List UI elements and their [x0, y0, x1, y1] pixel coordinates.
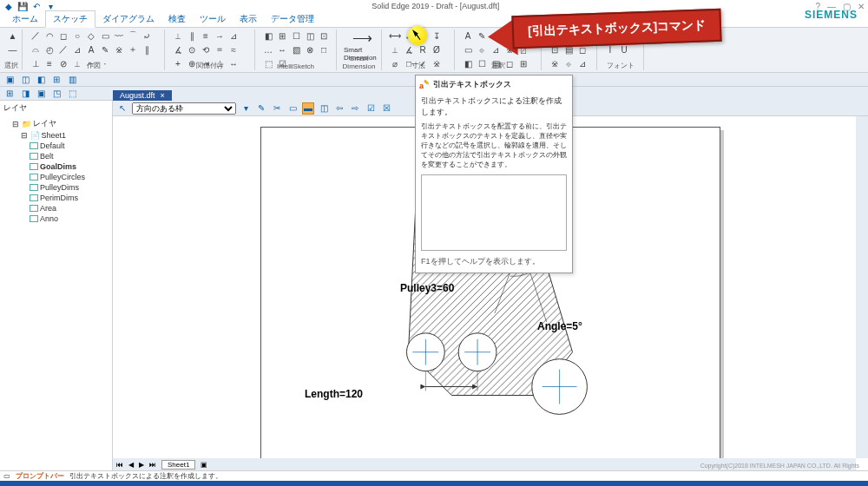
layer-item[interactable]: Default — [30, 141, 108, 151]
ribbon-icon[interactable]: ✎ — [476, 30, 488, 42]
sheet-tab[interactable]: Sheet1 — [161, 460, 195, 470]
ribbon-icon[interactable]: ⟂ — [389, 43, 401, 56]
ribbon-icon[interactable]: ― — [7, 43, 18, 56]
ribbon-icon[interactable]: ／ — [30, 30, 42, 42]
ribbon-icon[interactable]: ≡ — [200, 30, 212, 42]
ribbon-icon[interactable]: ◧ — [262, 30, 274, 42]
tool-icon[interactable]: ⊞ — [3, 88, 16, 100]
ribbon-icon[interactable]: ◻ — [57, 30, 69, 42]
tool-icon[interactable]: ✂ — [271, 102, 283, 115]
ribbon-icon[interactable]: ⟐ — [562, 57, 575, 69]
ribbon-icon[interactable]: ⌒ — [127, 30, 139, 42]
ribbon-icon[interactable]: ⌓ — [30, 43, 42, 56]
ribbon-icon[interactable]: ※ — [549, 57, 561, 69]
tab-inspect[interactable]: 検査 — [161, 11, 193, 27]
ribbon-icon[interactable]: ↔ — [276, 43, 288, 56]
last-sheet-icon[interactable]: ⏭ — [149, 461, 156, 469]
tab-diagram[interactable]: ダイアグラム — [95, 11, 161, 27]
ribbon-icon[interactable]: ⊞ — [276, 30, 288, 42]
tool-icon[interactable]: ▥ — [66, 74, 78, 86]
tool-icon[interactable]: ◧ — [35, 74, 47, 86]
tab-tools[interactable]: ツール — [193, 11, 233, 27]
ribbon-icon[interactable]: → — [214, 30, 226, 42]
layer-item[interactable]: PerimDims — [30, 193, 108, 203]
ribbon-icon[interactable]: ⊗ — [304, 43, 316, 56]
ribbon-icon[interactable]: ⟐ — [476, 43, 488, 56]
pointer-icon[interactable]: ↖ — [116, 102, 128, 115]
ribbon-icon[interactable]: ⊙ — [186, 43, 198, 56]
tool-icon[interactable]: ▣ — [35, 88, 47, 100]
ribbon-icon[interactable]: ／ — [57, 43, 69, 56]
ribbon-icon[interactable]: ✎ — [99, 43, 111, 56]
ribbon-icon[interactable]: ⤾ — [141, 30, 153, 42]
ribbon-icon[interactable]: ＝ — [214, 43, 226, 56]
tool-icon[interactable]: ▣ — [3, 74, 16, 86]
ribbon-icon[interactable]: ⊿ — [71, 43, 83, 56]
ribbon-icon[interactable]: ⊿ — [227, 30, 240, 42]
ribbon-icon[interactable]: ▧ — [290, 43, 302, 56]
close-icon[interactable]: ✕ — [858, 2, 865, 11]
tool-icon[interactable]: ☑ — [365, 102, 377, 115]
ribbon-icon[interactable]: ※ — [113, 43, 125, 56]
ribbon-icon[interactable]: ⤢ — [403, 30, 415, 42]
ribbon-icon[interactable]: A — [85, 43, 97, 56]
nav-next-icon[interactable]: ⇨ — [349, 102, 361, 115]
ribbon-icon[interactable]: ⊡ — [318, 30, 330, 42]
tab-view[interactable]: 表示 — [233, 11, 264, 27]
ribbon-icon[interactable]: ∥ — [141, 43, 153, 56]
document-tab[interactable]: August.dft × — [113, 90, 172, 101]
ribbon-icon[interactable]: A — [462, 30, 474, 42]
ribbon-icon[interactable]: ↧ — [431, 30, 443, 42]
ribbon-icon[interactable]: ∡ — [403, 43, 415, 56]
ribbon-icon[interactable]: Ø — [431, 43, 443, 56]
ribbon-icon[interactable]: ▲ — [7, 30, 18, 42]
vertical-scrollbar[interactable] — [856, 116, 868, 458]
ribbon-icon[interactable]: ◫ — [304, 30, 316, 42]
ribbon-icon[interactable]: … — [262, 43, 274, 56]
ribbon-icon[interactable]: □ — [318, 43, 330, 56]
tool-icon[interactable]: ▾ — [240, 102, 252, 115]
ribbon-icon[interactable]: ≈ — [227, 43, 240, 56]
tool-icon[interactable]: ◳ — [50, 88, 62, 100]
ribbon-icon[interactable]: ⊿ — [576, 57, 589, 69]
tab-home[interactable]: ホーム — [5, 11, 45, 27]
ribbon-icon[interactable]: ⊾ — [417, 30, 429, 42]
prev-sheet-icon[interactable]: ◀ — [128, 461, 134, 469]
next-sheet-icon[interactable]: ▶ — [139, 461, 144, 469]
app-menu-icon[interactable]: ◆ — [3, 1, 14, 11]
ribbon-icon[interactable]: ∡ — [172, 43, 184, 56]
ribbon-icon[interactable]: ◇ — [85, 30, 97, 42]
ribbon-icon[interactable]: R — [417, 43, 429, 56]
ribbon-icon[interactable]: 〰 — [113, 30, 125, 42]
save-icon[interactable]: 💾 — [17, 1, 28, 11]
ribbon-icon[interactable]: ☐ — [290, 30, 302, 42]
tool-icon[interactable]: ▬ — [302, 102, 314, 115]
tool-icon[interactable]: ⊞ — [50, 74, 62, 86]
layer-item[interactable]: Anno — [30, 213, 108, 224]
undo-icon[interactable]: ↶ — [31, 1, 42, 11]
ribbon-icon[interactable]: U — [618, 43, 630, 56]
close-tab-icon[interactable]: × — [161, 91, 165, 100]
ribbon-icon[interactable]: ＋ — [127, 43, 139, 56]
ribbon-icon[interactable]: ▭ — [462, 43, 474, 56]
tool-icon[interactable]: ◨ — [19, 88, 31, 100]
layer-item[interactable]: Belt — [30, 151, 108, 161]
ribbon-icon[interactable]: ⟂ — [172, 30, 184, 42]
tool-icon[interactable]: ☒ — [380, 102, 392, 115]
layer-item[interactable]: Area — [30, 203, 108, 213]
tree-root[interactable]: ⊟ 📁 レイヤ — [12, 117, 108, 130]
ribbon-icon[interactable]: ◠ — [43, 30, 56, 42]
tree-sheet[interactable]: ⊟ 📄 Sheet1 — [21, 130, 108, 141]
tab-sketch[interactable]: スケッチ — [45, 10, 95, 28]
tool-icon[interactable]: ✎ — [255, 102, 267, 115]
tool-icon[interactable]: ⬚ — [66, 88, 78, 100]
ribbon-icon[interactable]: ∥ — [186, 30, 198, 42]
ribbon-icon[interactable]: ▭ — [99, 30, 111, 42]
style-dropdown[interactable]: 方向のある枠 — [132, 102, 236, 115]
layer-item[interactable]: PulleyDims — [30, 182, 108, 193]
tool-icon[interactable]: ◫ — [19, 74, 31, 86]
tool-icon[interactable]: ◫ — [318, 102, 330, 115]
tab-data[interactable]: データ管理 — [264, 11, 321, 27]
ribbon-icon[interactable]: ◴ — [43, 43, 56, 56]
layer-item[interactable]: GoalDims — [30, 161, 108, 172]
